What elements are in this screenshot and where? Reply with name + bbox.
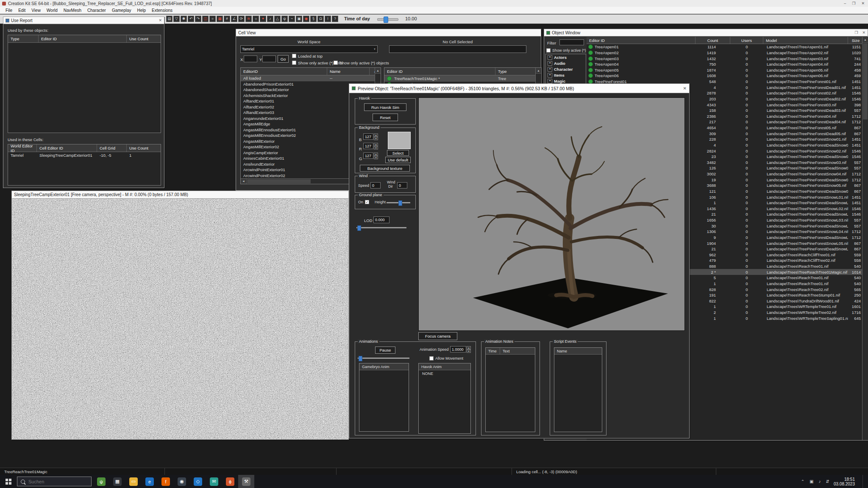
preview-viewport[interactable] bbox=[418, 97, 685, 331]
col-cell-editor-id[interactable]: Cell Editor ID bbox=[37, 144, 97, 152]
steam-icon[interactable]: ◉ bbox=[174, 475, 190, 488]
gamebryo-anim-header[interactable]: Gamebryo Anim bbox=[359, 363, 409, 370]
object-window-icon[interactable]: ▦ bbox=[217, 16, 223, 22]
world-space-select[interactable]: Tamriel ▼ bbox=[240, 45, 378, 53]
grass-icon[interactable]: ψ bbox=[281, 16, 288, 22]
warnings-icon[interactable]: ! bbox=[325, 16, 331, 22]
menu-item[interactable]: File bbox=[3, 7, 15, 14]
menu-item[interactable]: World bbox=[44, 7, 61, 14]
col-name[interactable]: Name bbox=[327, 68, 370, 75]
havok-icon[interactable]: Ω bbox=[317, 16, 324, 22]
category-item[interactable]: + Audio bbox=[546, 60, 586, 66]
help-icon[interactable]: ? bbox=[332, 16, 338, 22]
scroll-up-icon[interactable]: ▲ bbox=[375, 68, 381, 74]
browser-icon[interactable]: ϕ bbox=[222, 475, 238, 488]
menu-item[interactable]: View bbox=[28, 7, 44, 14]
firefox-icon[interactable]: f bbox=[158, 475, 174, 488]
show-active-forms-checkbox[interactable] bbox=[546, 48, 551, 53]
focus-camera-button[interactable]: Focus camera bbox=[418, 332, 457, 340]
taskbar-clock[interactable]: 18:51 03.08.2023 bbox=[834, 477, 858, 486]
minimize-button[interactable]: – bbox=[844, 1, 846, 6]
cell-view-titlebar[interactable]: Cell View bbox=[236, 29, 541, 36]
pause-button[interactable]: Pause bbox=[375, 347, 395, 354]
col-users[interactable]: Users bbox=[730, 37, 763, 44]
havok-anim-item-none[interactable]: NONE bbox=[419, 370, 470, 376]
object-window-titlebar[interactable]: Object Window ❐ ✕ bbox=[544, 29, 868, 36]
tray-chevron-icon[interactable]: ⌃ bbox=[801, 479, 804, 484]
object-row[interactable]: TreeAspen05 1874 0 Landscape\Trees\TreeA… bbox=[587, 67, 868, 73]
category-item[interactable]: + Character bbox=[546, 66, 586, 72]
scroll-left-icon[interactable]: ◄ bbox=[241, 179, 247, 184]
object-list-vscrollbar[interactable]: ▲ bbox=[862, 37, 868, 440]
close-icon[interactable]: ✕ bbox=[683, 86, 687, 91]
col-size[interactable]: Size bbox=[848, 37, 863, 44]
object-row[interactable]: TreeAspen06 1608 0 Landscape\Trees\TreeA… bbox=[587, 73, 868, 79]
category-item[interactable]: + Items bbox=[546, 72, 586, 78]
taskbar-search[interactable] bbox=[17, 477, 92, 486]
close-icon[interactable]: ✕ bbox=[862, 30, 865, 35]
col-model[interactable]: Model bbox=[763, 37, 848, 44]
wind-speed-input[interactable] bbox=[370, 182, 381, 189]
expand-icon[interactable]: + bbox=[548, 55, 552, 60]
animation-slider-thumb[interactable] bbox=[359, 356, 362, 361]
object-row[interactable]: TreeAspen01 1114 0 Landscape\Trees\TreeA… bbox=[587, 44, 868, 50]
expand-icon[interactable]: + bbox=[548, 61, 552, 66]
time-of-day-slider[interactable] bbox=[377, 18, 398, 21]
local-rotation-icon[interactable]: ⟳ bbox=[238, 16, 245, 22]
lights-icon[interactable]: ✦ bbox=[260, 16, 266, 22]
menu-item[interactable]: Gameplay bbox=[109, 7, 134, 14]
launcher-green-icon[interactable]: ψ bbox=[93, 475, 109, 488]
expand-icon[interactable]: + bbox=[548, 79, 552, 83]
ground-on-checkbox[interactable]: ✓ bbox=[365, 200, 369, 204]
sky-icon[interactable]: ☼ bbox=[253, 16, 259, 22]
use-report-titlebar[interactable]: Use Report ✕ bbox=[3, 17, 164, 24]
edge-icon[interactable]: e bbox=[142, 475, 158, 488]
mail-icon[interactable]: ✉ bbox=[206, 475, 222, 488]
data-files-icon[interactable]: ▤ bbox=[166, 16, 172, 22]
close-button[interactable]: ✕ bbox=[861, 1, 865, 6]
creation-kit-icon[interactable]: ⚒ bbox=[238, 475, 254, 488]
lod-icon[interactable]: ▣ bbox=[296, 16, 302, 22]
category-item[interactable]: + Actors bbox=[546, 54, 586, 60]
havok-anim-header[interactable]: Havok Anim bbox=[419, 363, 470, 370]
reset-button[interactable]: Reset bbox=[373, 114, 398, 121]
redo-icon[interactable]: ↷ bbox=[195, 16, 201, 22]
x-input[interactable] bbox=[244, 55, 257, 62]
search-input[interactable] bbox=[28, 479, 80, 485]
ground-height-thumb[interactable] bbox=[398, 200, 402, 206]
col-editorid[interactable]: EditorID bbox=[241, 68, 327, 75]
col-cell-grid[interactable]: Cell Grid bbox=[97, 144, 127, 152]
expand-icon[interactable]: + bbox=[548, 67, 552, 72]
animation-slider[interactable] bbox=[358, 358, 409, 359]
col-time[interactable]: Time bbox=[486, 348, 500, 354]
render-window-icon[interactable]: ◫ bbox=[202, 16, 209, 22]
scroll-thumb[interactable] bbox=[247, 179, 311, 183]
expand-icon[interactable]: + bbox=[548, 73, 552, 78]
scroll-up-icon[interactable]: ▲ bbox=[862, 37, 868, 43]
navmesh-icon[interactable]: △ bbox=[274, 16, 281, 22]
wind-dir-input[interactable] bbox=[397, 182, 407, 189]
category-item[interactable]: + Magic bbox=[546, 78, 586, 84]
b-input[interactable] bbox=[363, 133, 373, 140]
col-use-count[interactable]: Use Count bbox=[127, 35, 161, 42]
save-plugin-icon[interactable]: ▽ bbox=[173, 16, 180, 22]
col-editor-id[interactable]: Editor ID bbox=[384, 68, 495, 75]
task-view-icon[interactable]: ▦ bbox=[109, 475, 125, 488]
select-color-button[interactable]: Select bbox=[387, 150, 409, 156]
menu-item[interactable]: Extensions bbox=[149, 7, 175, 14]
menu-item[interactable]: Character bbox=[84, 7, 109, 14]
scroll-thumb[interactable] bbox=[863, 43, 868, 119]
start-button[interactable] bbox=[6, 479, 11, 485]
col-world-editor-id[interactable]: World Editor ID bbox=[8, 144, 37, 152]
loaded-at-top-checkbox[interactable] bbox=[292, 54, 296, 58]
close-icon[interactable]: ✕ bbox=[159, 18, 162, 22]
lod-slider[interactable] bbox=[356, 227, 406, 228]
table-row[interactable]: Tamriel SleepingTreeCampExterior01 -10, … bbox=[8, 152, 161, 158]
lod-thumb[interactable] bbox=[357, 225, 361, 231]
render-viewport[interactable] bbox=[12, 199, 348, 439]
ground-height-slider[interactable] bbox=[387, 202, 410, 203]
havok-anim-list[interactable]: Havok Anim NONE bbox=[418, 363, 471, 434]
cell-select[interactable] bbox=[389, 45, 526, 53]
col-editor-id[interactable]: Editor ID bbox=[587, 37, 696, 44]
col-editor-id[interactable]: Editor ID bbox=[39, 35, 127, 42]
